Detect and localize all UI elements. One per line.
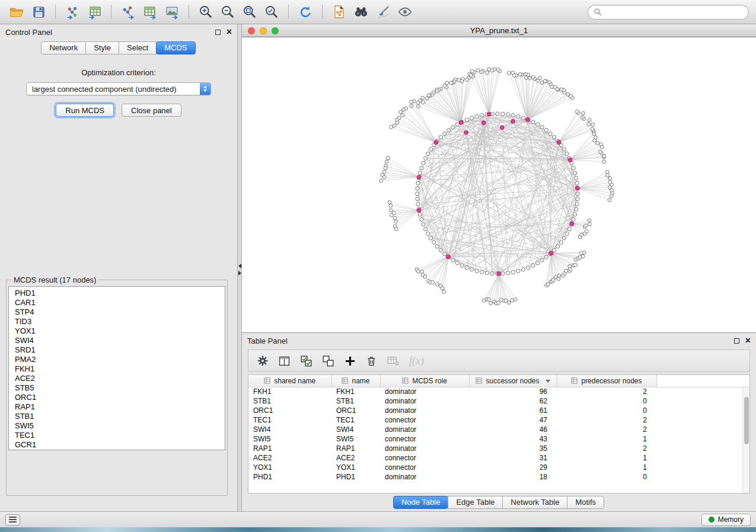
table-tab-motifs[interactable]: Motifs <box>567 496 604 509</box>
mcds-result-item[interactable]: CAR1 <box>15 298 225 307</box>
mcds-result-item[interactable]: STB1 <box>15 412 225 421</box>
save-session-button[interactable] <box>29 3 48 21</box>
function-builder-button: f(x) <box>409 355 424 367</box>
memory-button[interactable]: Memory <box>701 514 751 526</box>
table-row[interactable]: STB1STB1dominator620 <box>248 396 749 406</box>
maximize-window-button[interactable] <box>272 27 279 34</box>
add-column-button[interactable] <box>344 355 356 367</box>
mcds-result-item[interactable]: SRD1 <box>15 345 225 355</box>
float-panel-icon[interactable] <box>215 30 221 35</box>
column-grid-icon <box>342 377 348 384</box>
column-header-predecessor-nodes[interactable]: predecessor nodes <box>557 375 656 387</box>
select-all-button[interactable] <box>300 355 312 367</box>
mcds-result-item[interactable]: ACE2 <box>15 374 225 383</box>
table-row[interactable]: YOX1YOX1connector291 <box>248 463 749 472</box>
zoom-selected-button[interactable] <box>262 3 281 21</box>
mcds-result-item[interactable]: TEC1 <box>15 431 225 440</box>
collapse-left-icon[interactable] <box>238 264 241 268</box>
close-panel-icon[interactable]: × <box>227 29 232 35</box>
search-input[interactable] <box>605 8 743 17</box>
table-settings-button[interactable] <box>257 355 269 367</box>
control-tab-select[interactable]: Select <box>119 41 157 55</box>
column-header-MCDS-role[interactable]: MCDS role <box>380 375 469 387</box>
table-row[interactable]: TEC1TEC1connector472 <box>248 415 749 425</box>
mcds-result-item[interactable]: PMA2 <box>15 355 225 364</box>
import-network-button[interactable] <box>63 3 82 21</box>
table-row[interactable]: RAP1RAP1dominator352 <box>248 444 749 453</box>
import-table-button[interactable] <box>85 3 104 21</box>
table-row[interactable]: SWI4SWI4dominator462 <box>248 425 749 434</box>
mcds-result-item[interactable]: YOX1 <box>15 326 225 336</box>
close-table-panel-icon[interactable]: × <box>745 338 751 344</box>
cell-name: ORC1 <box>331 406 380 415</box>
export-table-button[interactable] <box>141 3 160 21</box>
toolbar-separator <box>288 5 289 19</box>
open-session-button[interactable] <box>7 3 26 21</box>
delete-column-button[interactable] <box>366 355 377 367</box>
run-mcds-button[interactable]: Run MCDS <box>56 104 114 117</box>
table-row[interactable]: ACE2ACE2connector311 <box>248 453 749 463</box>
column-header-shared-name[interactable]: shared name <box>248 375 331 387</box>
table-row[interactable]: PHD1PHD1dominator180 <box>248 472 749 482</box>
cell-successor-nodes: 35 <box>469 444 557 453</box>
column-grid-icon <box>571 377 578 384</box>
table-tab-node-table[interactable]: Node Table <box>393 496 449 509</box>
control-tab-mcds[interactable]: MCDS <box>156 41 195 55</box>
mcds-result-item[interactable]: PHD1 <box>15 289 225 298</box>
zoom-in-button[interactable] <box>196 3 215 21</box>
table-row[interactable]: ORC1ORC1dominator610 <box>248 406 749 415</box>
minimize-window-button[interactable] <box>260 27 267 34</box>
first-neighbors-button[interactable] <box>330 3 349 21</box>
mcds-result-item[interactable]: ORC1 <box>15 393 225 402</box>
table-row[interactable]: FKH1FKH1dominator962 <box>248 387 749 396</box>
panel-splitter[interactable] <box>237 24 242 511</box>
cell-MCDS-role: connector <box>380 463 469 472</box>
cell-MCDS-role: dominator <box>380 396 469 406</box>
cell-name: RAP1 <box>331 444 380 453</box>
zoom-fit-icon <box>242 4 257 20</box>
control-panel-title: Control Panel <box>5 28 52 37</box>
cell-predecessor-nodes: 1 <box>557 463 656 472</box>
cell-successor-nodes: 62 <box>469 396 557 406</box>
table-scrollbar[interactable] <box>742 387 749 493</box>
search-binoculars-icon <box>353 4 369 20</box>
table-tab-edge-table[interactable]: Edge Table <box>448 496 503 509</box>
mcds-result-item[interactable]: GCR1 <box>15 440 225 450</box>
close-panel-button[interactable]: Close panel <box>122 104 181 117</box>
collapse-right-icon[interactable] <box>238 271 241 275</box>
float-table-panel-icon[interactable] <box>734 338 739 344</box>
control-tab-style[interactable]: Style <box>85 41 119 55</box>
column-header-name[interactable]: name <box>331 375 380 387</box>
mcds-result-item[interactable]: FKH1 <box>15 364 225 374</box>
mcds-result-item[interactable]: RAP1 <box>15 402 225 412</box>
mcds-result-item[interactable]: SWI5 <box>15 421 225 431</box>
zoom-out-button[interactable] <box>218 3 237 21</box>
search-binoculars-button[interactable] <box>352 3 371 21</box>
show-columns-button[interactable] <box>278 355 291 367</box>
unselect-all-button[interactable] <box>322 355 334 367</box>
style-brush-button[interactable] <box>374 3 393 21</box>
cell-successor-nodes: 47 <box>469 415 557 425</box>
mcds-result-item[interactable]: STB5 <box>15 383 225 393</box>
refresh-button[interactable] <box>296 3 315 21</box>
mcds-result-item[interactable]: STP4 <box>15 307 225 317</box>
cell-name: SWI4 <box>331 425 380 434</box>
panel-menu-button[interactable] <box>5 514 20 525</box>
export-image-button[interactable] <box>162 3 181 21</box>
export-network-button[interactable] <box>119 3 138 21</box>
mcds-result-item[interactable]: SWI4 <box>15 336 225 345</box>
column-header-successor-nodes[interactable]: successor nodes <box>469 375 557 387</box>
network-graph[interactable] <box>242 37 756 332</box>
mcds-result-item[interactable]: TID3 <box>15 317 225 326</box>
scrollbar-thumb[interactable] <box>744 397 749 444</box>
optimization-criterion-select[interactable]: largest connected component (undirected) <box>26 82 211 95</box>
network-canvas[interactable] <box>242 37 756 332</box>
table-tab-network-table[interactable]: Network Table <box>502 496 567 509</box>
cell-predecessor-nodes: 0 <box>557 396 656 406</box>
zoom-fit-button[interactable] <box>240 3 259 21</box>
control-tab-network[interactable]: Network <box>41 41 86 55</box>
show-hide-icon <box>397 4 413 20</box>
table-row[interactable]: SWI5SWI5connector431 <box>248 434 749 444</box>
close-window-button[interactable] <box>248 27 255 34</box>
show-hide-button[interactable] <box>395 3 414 21</box>
